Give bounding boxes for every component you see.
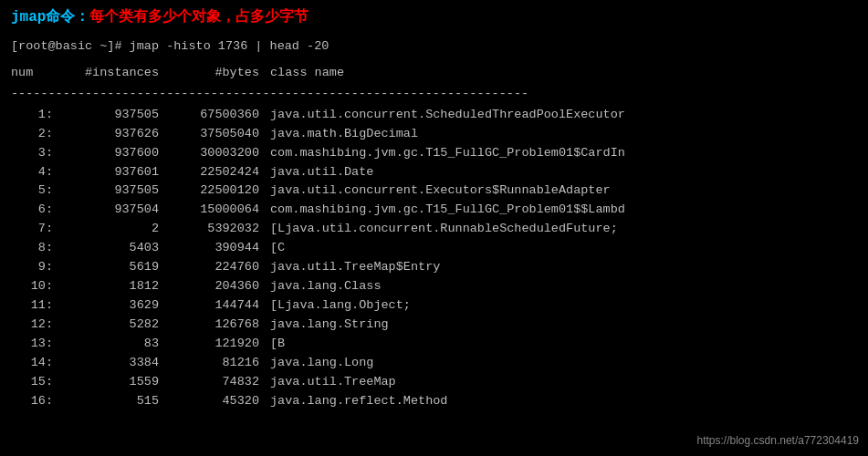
cell-class: java.util.concurrent.Executors$RunnableA… [267, 181, 857, 201]
table-divider: ----------------------------------------… [11, 85, 857, 104]
cell-bytes: 15000064 [166, 201, 267, 220]
cell-bytes: 224760 [166, 258, 267, 277]
watermark: https://blog.csdn.net/a772304419 [697, 434, 859, 447]
col-header-class: class name [267, 64, 857, 83]
cell-instances: 937626 [57, 125, 166, 144]
cell-bytes: 45320 [166, 392, 267, 411]
cell-num: 8: [11, 239, 57, 258]
cell-class: java.lang.reflect.Method [267, 392, 857, 411]
cell-bytes: 67500360 [166, 106, 267, 125]
table-row: 7: 2 5392032 [Ljava.util.concurrent.Runn… [11, 220, 857, 239]
cell-instances: 1559 [57, 373, 166, 392]
table-row: 3: 937600 30003200 com.mashibing.jvm.gc.… [11, 144, 857, 163]
cell-bytes: 126768 [166, 316, 267, 335]
cell-class: java.util.Date [267, 163, 857, 182]
title-bar: jmap命令：每个类有多少个对象，占多少字节 [0, 0, 868, 34]
cell-num: 15: [11, 373, 57, 392]
table-row: 9: 5619 224760 java.util.TreeMap$Entry [11, 258, 857, 277]
table-row: 1: 937505 67500360 java.util.concurrent.… [11, 106, 857, 125]
cell-instances: 937505 [57, 106, 166, 125]
table-row: 15: 1559 74832 java.util.TreeMap [11, 373, 857, 392]
cell-num: 12: [11, 316, 57, 335]
col-header-instances: #instances [57, 64, 166, 83]
cell-bytes: 74832 [166, 373, 267, 392]
title-description: 每个类有多少个对象，占多少字节 [89, 9, 309, 26]
table-row: 8: 5403 390944 [C [11, 239, 857, 258]
table-row: 2: 937626 37505040 java.math.BigDecimal [11, 125, 857, 144]
cell-instances: 937504 [57, 201, 166, 220]
table-row: 12: 5282 126768 java.lang.String [11, 316, 857, 335]
cell-instances: 2 [57, 220, 166, 239]
cell-instances: 5282 [57, 316, 166, 335]
cell-class: [Ljava.util.concurrent.RunnableScheduled… [267, 220, 857, 239]
cell-num: 6: [11, 201, 57, 220]
cell-num: 3: [11, 144, 57, 163]
table-row: 4: 937601 22502424 java.util.Date [11, 163, 857, 182]
cell-instances: 3629 [57, 296, 166, 316]
cell-instances: 937601 [57, 163, 166, 182]
cell-instances: 5403 [57, 239, 166, 258]
cell-num: 14: [11, 354, 57, 373]
cell-class: java.util.concurrent.ScheduledThreadPool… [267, 106, 857, 125]
table-row: 10: 1812 204360 java.lang.Class [11, 277, 857, 296]
table-row: 6: 937504 15000064 com.mashibing.jvm.gc.… [11, 201, 857, 220]
cell-class: java.util.TreeMap [267, 373, 857, 392]
cell-bytes: 121920 [166, 335, 267, 354]
cell-bytes: 390944 [166, 239, 267, 258]
cell-class: com.mashibing.jvm.gc.T15_FullGC_Problem0… [267, 201, 857, 220]
table-row: 16: 515 45320 java.lang.reflect.Method [11, 392, 857, 411]
cell-num: 9: [11, 258, 57, 277]
cell-class: [Ljava.lang.Object; [267, 296, 857, 316]
terminal: [root@basic ~]# jmap -histo 1736 | head … [0, 34, 868, 415]
cell-class: java.util.TreeMap$Entry [267, 258, 857, 277]
cell-instances: 937600 [57, 144, 166, 163]
cell-instances: 3384 [57, 354, 166, 373]
cell-num: 7: [11, 220, 57, 239]
cell-num: 13: [11, 335, 57, 354]
cell-bytes: 37505040 [166, 125, 267, 144]
col-header-num: num [11, 64, 57, 83]
table-row: 14: 3384 81216 java.lang.Long [11, 354, 857, 373]
cell-bytes: 81216 [166, 354, 267, 373]
table-body: 1: 937505 67500360 java.util.concurrent.… [11, 106, 857, 411]
table-row: 11: 3629 144744 [Ljava.lang.Object; [11, 296, 857, 316]
cell-instances: 5619 [57, 258, 166, 277]
cell-class: java.lang.String [267, 316, 857, 335]
cell-num: 10: [11, 277, 57, 296]
cell-bytes: 144744 [166, 296, 267, 316]
table-header: num #instances #bytes class name [11, 62, 857, 85]
prompt-text: [root@basic ~]# jmap -histo 1736 | head … [11, 39, 329, 53]
cell-num: 16: [11, 392, 57, 411]
cell-bytes: 204360 [166, 277, 267, 296]
cell-instances: 1812 [57, 277, 166, 296]
cell-instances: 937505 [57, 181, 166, 201]
cell-class: java.lang.Long [267, 354, 857, 373]
cell-num: 2: [11, 125, 57, 144]
cell-bytes: 5392032 [166, 220, 267, 239]
cell-num: 5: [11, 181, 57, 201]
cell-bytes: 22502424 [166, 163, 267, 182]
prompt-line: [root@basic ~]# jmap -histo 1736 | head … [11, 37, 857, 57]
cell-bytes: 30003200 [166, 144, 267, 163]
cell-class: java.math.BigDecimal [267, 125, 857, 144]
cell-class: java.lang.Class [267, 277, 857, 296]
cell-num: 4: [11, 163, 57, 182]
cell-bytes: 22500120 [166, 181, 267, 201]
cell-class: com.mashibing.jvm.gc.T15_FullGC_Problem0… [267, 144, 857, 163]
cell-instances: 515 [57, 392, 166, 411]
table-row: 13: 83 121920 [B [11, 335, 857, 354]
cell-num: 1: [11, 106, 57, 125]
table-row: 5: 937505 22500120 java.util.concurrent.… [11, 181, 857, 201]
title-jmap: jmap命令： [11, 9, 89, 26]
cell-num: 11: [11, 296, 57, 316]
col-header-bytes: #bytes [166, 64, 267, 83]
cell-instances: 83 [57, 335, 166, 354]
cell-class: [C [267, 239, 857, 258]
cell-class: [B [267, 335, 857, 354]
